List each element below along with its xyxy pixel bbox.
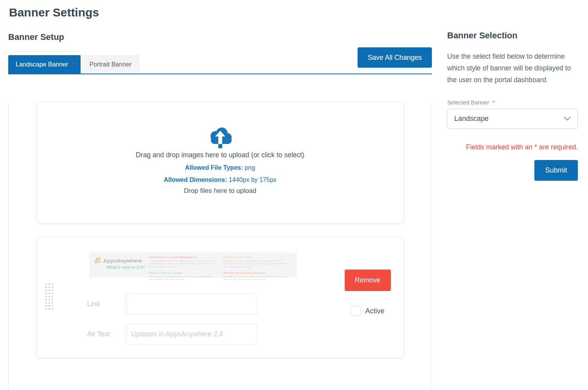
active-checkbox[interactable] (351, 306, 361, 316)
banner-selection-heading: Banner Selection (447, 31, 578, 41)
preview-feature-body: We've added the ability for you to add d… (222, 260, 291, 268)
preview-brand-name: AppsAnywhere (103, 258, 142, 264)
preview-feature-body: We've added the ability for administrato… (222, 275, 291, 281)
preview-feature-title: Access to User Help (222, 255, 291, 259)
preview-feature-title: Restric DMs to Laptops (147, 271, 217, 275)
required-asterisk: * (493, 99, 495, 106)
tab-bar: Landscape Banner ! Portrait Banner Save … (8, 56, 432, 74)
selected-banner-value: Landscape (454, 115, 489, 123)
preview-feature: Restrict by Directory Records We've adde… (222, 271, 291, 281)
allowed-dimensions-value: 1440px by 175px (229, 176, 277, 183)
banner-preview-image[interactable]: AppsAnywhere What's new in 2.4? Zend Ser… (89, 253, 297, 278)
active-label: Active (365, 306, 385, 316)
preview-subtitle: What's new in 2.4? (107, 265, 145, 270)
preview-feature: Access to User Help We've added the abil… (222, 255, 291, 268)
alt-text-input[interactable] (126, 324, 257, 345)
save-all-changes-button[interactable]: Save All Changes (358, 47, 432, 68)
preview-feature-title: Restrict by Directory Records (222, 271, 291, 275)
tab-list: Landscape Banner ! Portrait Banner (8, 55, 139, 74)
required-fields-note: Fields marked with an * are required. (447, 143, 578, 151)
preview-feature-column: Zend Server License Management We've aut… (145, 255, 219, 276)
banner-settings-page: Banner Settings Banner Setup Landscape B… (0, 0, 588, 390)
allowed-dimensions-label: Allowed Dimensions: (164, 176, 227, 183)
preview-brand-block: AppsAnywhere What's new in 2.4? (92, 255, 145, 276)
link-input[interactable] (126, 294, 257, 315)
banner-selection-section: Banner Selection Use the select field be… (447, 0, 578, 181)
tab-portrait-banner[interactable]: Portrait Banner (82, 55, 140, 74)
upload-dropzone[interactable]: Drag and drop images here to upload (or … (37, 102, 404, 223)
appsanywhere-logo-icon (95, 258, 101, 264)
dropzone-instruction: Drag and drop images here to upload (or … (37, 151, 403, 159)
banner-setup-section: Banner Settings Banner Setup Landscape B… (8, 0, 432, 390)
drop-files-text: Drop files here to upload (37, 187, 403, 195)
preview-feature: Restric DMs to Laptops We've added the a… (147, 271, 217, 281)
remove-banner-button[interactable]: Remove (345, 270, 391, 291)
banner-selection-description: Use the select field below to determine … (447, 50, 578, 86)
alt-text-label: Alt Text (87, 324, 110, 345)
preview-feature: Zend Server License Management We've aut… (147, 255, 217, 268)
banner-setup-heading: Banner Setup (8, 32, 432, 42)
preview-feature-body: We've added the ability for administrato… (147, 275, 217, 281)
cloud-upload-icon (208, 126, 233, 149)
allowed-file-types-value: png (245, 164, 255, 171)
tab-landscape-label: Landscape Banner (16, 61, 68, 68)
link-label: Link (87, 294, 100, 315)
tab-portrait-label: Portrait Banner (90, 61, 132, 68)
submit-button[interactable]: Submit (534, 160, 578, 181)
preview-feature-body: We've automated the process of checking … (147, 260, 217, 268)
allowed-dimensions: Allowed Dimensions: 1440px by 175px (37, 176, 403, 183)
selected-banner-label: Selected Banner * (447, 99, 578, 106)
tab-alert-mark: ! (71, 61, 73, 68)
selected-banner-select[interactable]: Landscape (447, 109, 578, 129)
allowed-file-types: Allowed File Types: png (37, 164, 403, 171)
banner-item-card: AppsAnywhere What's new in 2.4? Zend Ser… (37, 237, 404, 358)
preview-feature-column: Access to User Help We've added the abil… (219, 255, 294, 276)
tab-landscape-banner[interactable]: Landscape Banner ! (8, 55, 81, 74)
drag-handle-icon[interactable] (45, 283, 53, 310)
allowed-file-types-label: Allowed File Types: (185, 164, 243, 171)
page-title: Banner Settings (9, 6, 432, 19)
preview-feature-title: Zend Server License Management (147, 255, 217, 259)
chevron-down-icon (564, 117, 571, 121)
selected-banner-label-text: Selected Banner (447, 99, 489, 106)
landscape-banner-panel: Drag and drop images here to upload (or … (8, 102, 432, 390)
